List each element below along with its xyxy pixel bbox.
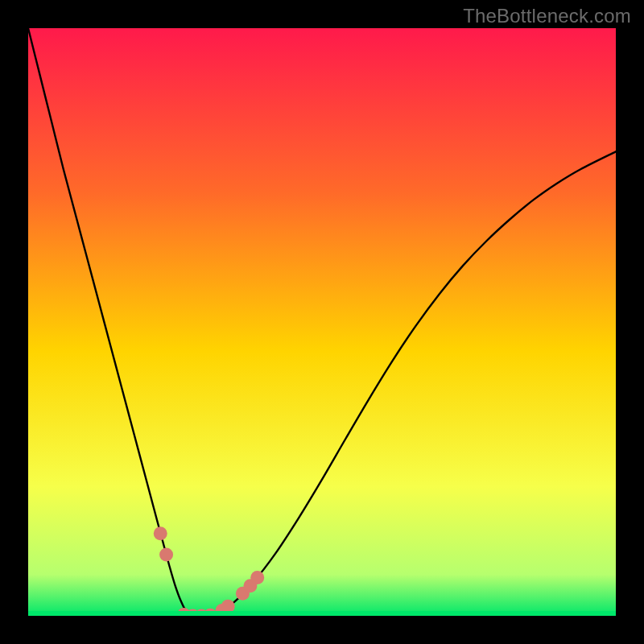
optimal-floor-band [28,611,616,616]
curve-layer [28,28,616,616]
curve-marker [250,571,264,584]
bottleneck-curve [28,28,616,616]
plot-area [28,28,616,616]
chart-frame: TheBottleneck.com [0,0,644,644]
watermark-label: TheBottleneck.com [463,5,631,27]
curve-marker [154,526,167,540]
curve-marker [159,548,173,562]
